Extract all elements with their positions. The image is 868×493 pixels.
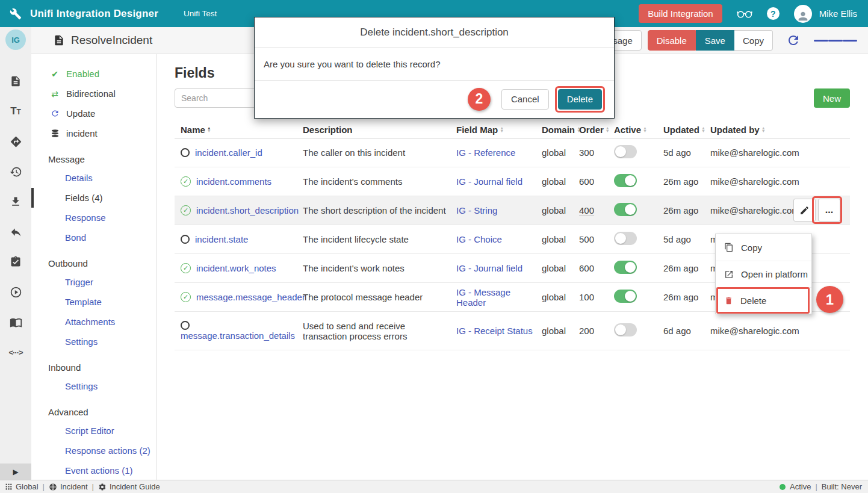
nav-item-attachments[interactable]: Attachments: [31, 312, 156, 332]
field-map-link[interactable]: IG - Message Header: [456, 287, 542, 308]
nav-item-template[interactable]: Template: [31, 292, 156, 312]
history-icon[interactable]: [8, 164, 23, 179]
side-nav: ✔ Enabled ⇄ Bidirectional Update inciden…: [31, 54, 157, 480]
user-avatar[interactable]: [794, 5, 812, 23]
annotation-step-1: 1: [816, 286, 843, 313]
row-order[interactable]: 100: [579, 292, 614, 302]
menu-hamburger-icon[interactable]: [814, 38, 857, 43]
active-toggle[interactable]: [614, 290, 637, 303]
nav-item-trigger[interactable]: Trigger: [31, 272, 156, 292]
annotation-step-2: 2: [468, 88, 491, 111]
row-description: The incident's comments: [303, 176, 456, 187]
field-map-link[interactable]: IG - Journal field: [456, 263, 542, 273]
refresh-icon[interactable]: [786, 33, 801, 48]
field-map-link[interactable]: IG - String: [456, 205, 542, 215]
directions-icon[interactable]: [8, 134, 23, 149]
row-description: The caller on this incident: [303, 147, 456, 158]
field-name-link[interactable]: message.transaction_details: [181, 330, 295, 341]
row-order[interactable]: 300: [579, 147, 614, 158]
active-toggle[interactable]: [614, 203, 637, 216]
col-active[interactable]: Active▲▼: [614, 125, 663, 135]
statusbar-scope[interactable]: Global: [5, 482, 39, 491]
row-status-icon: [181, 205, 191, 215]
environment-label: Unifi Test: [184, 9, 217, 18]
statusbar-guide[interactable]: Incident Guide: [98, 482, 160, 491]
nav-item-fields[interactable]: Fields (4): [31, 188, 156, 208]
nav-item-bond[interactable]: Bond: [31, 228, 156, 247]
active-toggle[interactable]: [614, 174, 637, 187]
field-map-link[interactable]: IG - Reference: [456, 147, 542, 158]
row-updated: 26m ago: [663, 205, 710, 215]
field-map-link[interactable]: IG - Receipt Status: [456, 326, 542, 336]
nav-item-response[interactable]: Response: [31, 208, 156, 228]
field-name-link[interactable]: message.message_header: [196, 292, 305, 302]
code-icon[interactable]: <···>: [8, 345, 23, 359]
disable-button[interactable]: Disable: [648, 30, 696, 51]
play-circle-icon[interactable]: [8, 285, 23, 299]
preview-glasses-icon[interactable]: [737, 8, 752, 19]
integration-avatar[interactable]: IG: [5, 29, 26, 50]
active-toggle[interactable]: [614, 232, 637, 245]
active-toggle[interactable]: [614, 323, 637, 336]
nav-item-script-editor[interactable]: Script Editor: [31, 421, 156, 441]
sort-icon: ▲▼: [701, 126, 705, 133]
status-update: Update: [31, 104, 156, 123]
row-order[interactable]: 400: [579, 205, 614, 215]
row-order[interactable]: 600: [579, 263, 614, 273]
col-order[interactable]: Order▲▼: [579, 125, 614, 135]
field-name-link[interactable]: incident.comments: [196, 176, 271, 187]
context-menu-copy[interactable]: Copy: [716, 234, 811, 261]
row-updated: 26m ago: [663, 263, 710, 273]
docs-book-icon[interactable]: [8, 315, 23, 329]
tasks-clipboard-icon[interactable]: [8, 255, 23, 269]
row-updated: 5d ago: [663, 234, 710, 244]
build-integration-button[interactable]: Build Integration: [639, 4, 722, 23]
copy-button[interactable]: Copy: [734, 30, 773, 51]
help-icon[interactable]: ?: [767, 7, 780, 20]
update-refresh-icon: [49, 109, 60, 118]
row-order[interactable]: 200: [579, 326, 614, 336]
row-domain: global: [542, 292, 579, 302]
nav-section-outbound: Outbound: [31, 247, 156, 272]
col-updated[interactable]: Updated▲▼: [663, 125, 710, 135]
field-map-link[interactable]: IG - Journal field: [456, 176, 542, 187]
col-description[interactable]: Description: [303, 125, 456, 135]
text-fields-icon[interactable]: TT: [8, 104, 23, 119]
nav-item-event-actions[interactable]: Event actions (1): [31, 460, 156, 480]
col-domain[interactable]: Domain▲▼: [542, 125, 579, 135]
wrench-icon: [10, 8, 22, 20]
status-enabled: ✔ Enabled: [31, 64, 156, 84]
field-name-link[interactable]: incident.work_notes: [196, 263, 276, 273]
col-updated-by[interactable]: Updated by▲▼: [710, 125, 850, 135]
field-name-link[interactable]: incident.state: [195, 234, 248, 244]
row-updated: 26m ago: [663, 176, 710, 187]
active-toggle[interactable]: [614, 145, 637, 158]
nav-item-outbound-settings[interactable]: Settings: [31, 332, 156, 352]
save-button[interactable]: Save: [696, 30, 734, 51]
nav-item-response-actions[interactable]: Response actions (2): [31, 441, 156, 460]
row-status-icon: [181, 292, 191, 302]
row-order[interactable]: 500: [579, 234, 614, 244]
icon-rail: IG TT <···> ▶: [0, 27, 31, 480]
nav-item-inbound-settings[interactable]: Settings: [31, 376, 156, 396]
new-button[interactable]: New: [814, 88, 850, 108]
field-map-link[interactable]: IG - Choice: [456, 234, 542, 244]
context-menu-open-in-platform[interactable]: Open in platform: [716, 261, 811, 287]
field-name-link[interactable]: incident.short_description: [196, 205, 299, 215]
active-toggle[interactable]: [614, 261, 637, 274]
documents-icon[interactable]: [8, 74, 23, 88]
row-order[interactable]: 600: [579, 176, 614, 187]
col-name[interactable]: Name▲▼: [175, 125, 303, 135]
row-updated-by: mike@sharelogic.com: [710, 326, 850, 336]
col-field-map[interactable]: Field Map▲▼: [456, 125, 542, 135]
cancel-button[interactable]: Cancel: [501, 89, 549, 110]
collapse-sidebar-button[interactable]: ▶: [0, 464, 31, 480]
download-icon[interactable]: [8, 194, 23, 209]
statusbar-application[interactable]: Incident: [49, 482, 88, 491]
row-description: The protocol message header: [303, 292, 456, 302]
modal-delete-button[interactable]: Delete: [558, 89, 602, 110]
field-name-link[interactable]: incident.caller_id: [195, 147, 262, 158]
nav-item-details[interactable]: Details: [31, 168, 156, 188]
reply-icon[interactable]: [8, 225, 23, 239]
bidirectional-arrows-icon: ⇄: [49, 89, 60, 99]
